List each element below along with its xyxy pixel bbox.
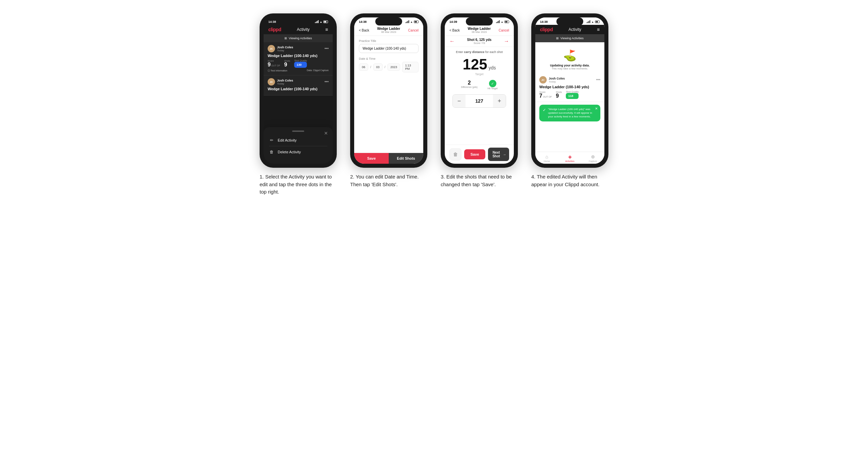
menu-icon-4[interactable]: ≡ xyxy=(597,27,600,32)
sb3b xyxy=(497,22,498,23)
big-yardage: 125 xyxy=(463,57,487,72)
time-input[interactable]: 1:13 PM xyxy=(402,62,418,72)
target-label: Target xyxy=(475,72,483,76)
score-value-1: 9 xyxy=(268,62,271,67)
shot-next-btn[interactable]: → xyxy=(504,38,509,44)
stepper-plus[interactable]: + xyxy=(493,95,506,107)
form-section-2: Practice Title Wedge Ladder (100-140 yds… xyxy=(354,36,423,153)
shot-nav: ← Shot 6, 125 yds Score 7/9 → xyxy=(445,36,514,47)
clippd-logo-4: clippd xyxy=(540,27,553,32)
nav-title-3: Wedge Ladder xyxy=(468,27,491,31)
bottom-btn-row-2: Save Edit Shots xyxy=(354,153,423,164)
menu-icon-1[interactable]: ≡ xyxy=(326,27,328,32)
nav-bar-2: < Back Wedge Ladder 06 Mar 2023 Cancel xyxy=(354,25,423,36)
delete-activity-item[interactable]: 🗑 Delete Activity xyxy=(269,147,327,157)
shot-actions: 🗑 Save Next Shot → xyxy=(445,145,514,164)
three-dots-4[interactable]: ••• xyxy=(596,77,600,82)
signal-bar-4 xyxy=(318,20,319,23)
user-info-1: JC Josh Coles Today xyxy=(268,45,293,52)
input-stepper[interactable]: − 127 + xyxy=(453,94,506,108)
golf-flag-icon: ⛳ xyxy=(563,49,577,62)
wifi-icon-1: ▲ xyxy=(320,21,322,24)
tab-activities[interactable]: ◈ Activities xyxy=(558,154,582,162)
stat-block-shots-4: Shots 9 xyxy=(556,91,562,99)
edit-icon: ✏ xyxy=(269,138,274,143)
capture-icon: ⊕ xyxy=(591,154,595,159)
next-shot-btn[interactable]: Next Shot → xyxy=(488,148,509,161)
updating-title: Updating your activity data. xyxy=(550,64,590,67)
footer-left-1: ⓘ Test Information xyxy=(268,69,287,72)
date-time-label: Date & Time xyxy=(359,57,418,60)
phone-notch-4 xyxy=(556,18,583,26)
quality-label-4: Shot Quality xyxy=(566,91,579,93)
app-header-1: clippd Activity ≡ xyxy=(264,25,333,34)
battery-icon-4 xyxy=(595,21,600,23)
battery-icon-1 xyxy=(323,21,328,23)
toast-close-btn[interactable]: ✕ xyxy=(595,107,598,111)
tab-home[interactable]: ⌂ Home xyxy=(535,154,558,162)
practice-title-input[interactable]: Wedge Ladder (100-140 yds) xyxy=(359,44,418,53)
date-sep-2: / xyxy=(385,65,386,69)
viewing-bar-4: ⊞ Viewing Activities xyxy=(535,34,604,42)
user-name-1: Josh Coles xyxy=(277,45,293,49)
sb4b xyxy=(588,22,588,23)
signal-bar-2 xyxy=(316,22,317,23)
date-time-row: 06 / 03 / 2023 1:13 PM xyxy=(359,62,418,72)
difference-label: Difference (yds) xyxy=(461,86,477,88)
sheet-handle-1 xyxy=(292,130,304,132)
phone-screen-2: 14:38 ▲ xyxy=(354,18,423,164)
day-input[interactable]: 06 xyxy=(359,63,368,71)
status-right-3: ▲ xyxy=(496,21,509,24)
cancel-btn-2[interactable]: Cancel xyxy=(408,29,418,32)
signal-bars-4 xyxy=(587,21,590,23)
save-shot-btn[interactable]: Save xyxy=(464,149,485,159)
battery-fill-2 xyxy=(414,21,417,23)
stepper-minus[interactable]: − xyxy=(453,95,466,107)
signal-bars-3 xyxy=(496,21,500,23)
signal-bars-2 xyxy=(405,21,409,23)
quality-badge-4: 118 xyxy=(566,93,579,99)
yardage-display: 125 yds xyxy=(463,57,496,72)
save-btn-2[interactable]: Save xyxy=(354,153,389,164)
back-btn-3[interactable]: < Back xyxy=(450,29,460,32)
tab-capture[interactable]: ⊕ Capture xyxy=(581,154,604,162)
stat-outof-4: 7 OUT OF xyxy=(539,93,552,99)
phone-column-3: 14:39 ▲ xyxy=(439,13,520,188)
phones-row: 14:38 ▲ xyxy=(258,13,610,196)
difference-stat: 2 Difference (yds) xyxy=(461,80,477,90)
bottom-sheet-1: ✕ ✏ Edit Activity 🗑 Delete Activity xyxy=(264,127,333,164)
sheet-close-btn[interactable]: ✕ xyxy=(324,130,328,136)
hit-target-label: Hit Target xyxy=(488,87,498,90)
outof-text-4: OUT OF xyxy=(543,96,552,98)
trash-btn[interactable]: 🗑 xyxy=(450,148,462,160)
sb3a xyxy=(496,22,497,23)
score-value-4: 7 xyxy=(539,93,542,99)
month-input[interactable]: 03 xyxy=(373,63,383,71)
shot-title: Shot 6, 125 yds xyxy=(467,38,492,41)
three-dots-1[interactable]: ••• xyxy=(324,46,329,51)
status-time-4: 14:38 xyxy=(540,20,548,24)
toast-check-icon: ✓ xyxy=(542,108,546,113)
edit-activity-item[interactable]: ✏ Edit Activity xyxy=(269,135,327,145)
phone-frame-1: 14:38 ▲ xyxy=(259,13,337,168)
activity-card-4: JC Josh Coles Today ••• Wedge Ladder (10… xyxy=(535,73,604,102)
three-dots-2[interactable]: ••• xyxy=(324,80,329,84)
card-title-4: Wedge Ladder (100-140 yds) xyxy=(539,85,600,89)
user-info-2: JC Josh Coles Today xyxy=(268,78,293,86)
battery-fill-3 xyxy=(505,21,507,23)
shot-prev-btn[interactable]: ← xyxy=(450,38,455,44)
viewing-label-4: Viewing Activities xyxy=(560,37,584,40)
edit-shots-btn[interactable]: Edit Shots xyxy=(389,153,423,164)
loading-state: ⛳ Updating your activity data. This may … xyxy=(535,42,604,73)
cancel-btn-3[interactable]: Cancel xyxy=(499,29,509,32)
back-btn-2[interactable]: < Back xyxy=(359,29,369,32)
home-icon: ⌂ xyxy=(545,154,548,159)
activity-card-2: JC Josh Coles Today ••• Wedge Ladder (10… xyxy=(264,75,333,96)
viewing-bar-1: ⊞ Viewing Activities xyxy=(264,34,333,42)
nav-title-2: Wedge Ladder xyxy=(377,27,400,31)
toast-message: "Wedge Ladder (100-140 yds)" was updated… xyxy=(548,107,597,119)
shot-nav-center: Shot 6, 125 yds Score 7/9 xyxy=(467,38,492,44)
shot-subtitle: Score 7/9 xyxy=(467,41,492,44)
user-date-1: Today xyxy=(277,49,293,52)
year-input[interactable]: 2023 xyxy=(388,63,400,71)
